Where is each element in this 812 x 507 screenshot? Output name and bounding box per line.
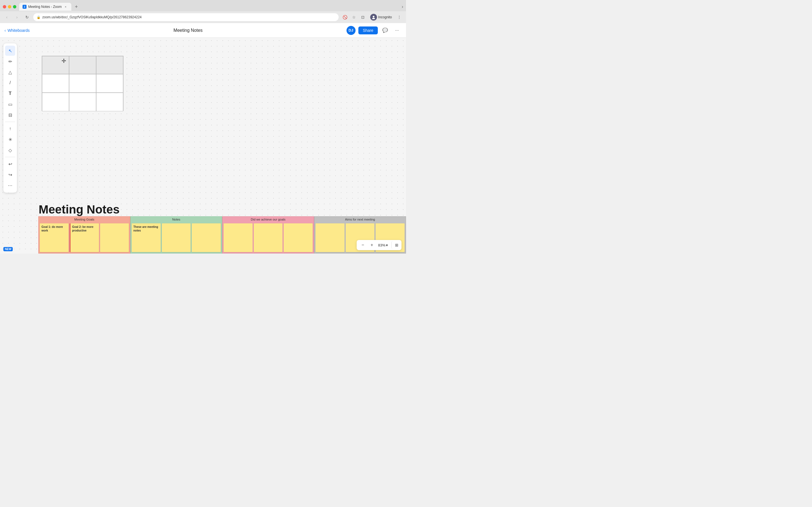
notes-header: Notes	[131, 217, 222, 222]
zoom-in-button[interactable]: +	[368, 241, 376, 249]
back-nav-label: Whiteboards	[8, 28, 30, 33]
share-button[interactable]: Share	[358, 26, 378, 34]
camera-off-icon[interactable]: 🚫	[341, 13, 349, 21]
tab-label: Meeting Notes - Zoom	[28, 5, 62, 9]
template-tool[interactable]: ⊟	[5, 110, 15, 120]
notes-board: Meeting Goals Goal 1: do more work Goal …	[38, 216, 406, 253]
forward-button[interactable]: ›	[13, 13, 21, 21]
goals-header: Meeting Goals	[39, 217, 130, 222]
table-cell-r3c2	[69, 93, 96, 111]
meeting-notes-heading: Meeting Notes	[39, 203, 119, 216]
back-button[interactable]: ‹	[3, 13, 11, 21]
table-cell-header-2	[69, 56, 96, 74]
tab-close-button[interactable]: ×	[63, 4, 68, 9]
new-badge: NEW	[3, 247, 13, 251]
line-tool[interactable]: /	[5, 78, 15, 88]
lock-icon: 🔒	[37, 15, 41, 19]
upload-tool[interactable]: ↑	[5, 124, 15, 134]
table-cell-r3c1	[42, 93, 69, 111]
table-cell-r2c2	[69, 74, 96, 93]
new-tab-button[interactable]: +	[72, 3, 80, 11]
tab-favicon: Z	[22, 5, 27, 9]
zoom-level[interactable]: 83% ▾	[377, 243, 389, 247]
goals-cards: Goal 1: do more work Goal 2: be more pro…	[39, 222, 130, 253]
table-cell-r2c3	[96, 74, 123, 93]
select-tool[interactable]: ↖	[5, 46, 15, 56]
back-chevron-icon: ‹	[4, 28, 6, 33]
incognito-button[interactable]: Incognito	[368, 13, 394, 21]
aims-card-1[interactable]	[315, 223, 345, 252]
svg-point-1	[372, 18, 375, 19]
achieved-header: Did we achieve our goals	[222, 217, 314, 222]
note-card-2[interactable]	[162, 223, 191, 252]
split-view-icon[interactable]: ⊡	[359, 13, 367, 21]
canvas-table	[42, 56, 123, 111]
toolbar-divider-2	[5, 157, 15, 157]
tab-bar: Z Meeting Notes - Zoom × + ›	[0, 0, 406, 11]
incognito-avatar	[370, 14, 377, 20]
smart-tool[interactable]: ✳	[5, 134, 15, 145]
header-actions: DJ Share 💬 ···	[347, 26, 402, 35]
goal-card-2[interactable]: Goal 2: be more productive	[70, 223, 99, 252]
erase-tool[interactable]: ◇	[5, 145, 15, 155]
url-text: zoom.us/wb/doc/_GzqzfVOSlKu9apIdkkuMQ/p/…	[42, 15, 142, 19]
more-tools-button[interactable]: ⋯	[5, 180, 15, 190]
back-nav[interactable]: ‹ Whiteboards	[4, 28, 30, 33]
maximize-button[interactable]	[13, 5, 16, 8]
tab-overflow-chevron[interactable]: ›	[402, 4, 403, 9]
comment-icon[interactable]: 💬	[380, 26, 390, 35]
undo-button[interactable]: ↩	[5, 159, 15, 169]
address-bar: ‹ › ↻ 🔒 zoom.us/wb/doc/_GzqzfVOSlKu9apId…	[0, 11, 406, 23]
svg-point-0	[373, 16, 374, 17]
table-cell-r2c1	[42, 74, 69, 93]
redo-button[interactable]: ↪	[5, 170, 15, 180]
traffic-lights	[3, 5, 16, 8]
table-cell-header-3	[96, 56, 123, 74]
note-card-3[interactable]	[192, 223, 221, 252]
active-tab[interactable]: Z Meeting Notes - Zoom ×	[19, 3, 71, 11]
board-section-achieved: Did we achieve our goals	[222, 216, 314, 253]
left-toolbar: ↖ ✏ △ / T ▭ ⊟ ↑ ✳ ◇ ↩ ↪ ⋯	[3, 43, 17, 193]
achieved-card-2[interactable]	[254, 223, 283, 252]
zoom-level-text: 83%	[378, 243, 386, 247]
pen-tool[interactable]: ✏	[5, 56, 15, 66]
app-header: ‹ Whiteboards Meeting Notes DJ Share 💬 ·…	[0, 23, 406, 38]
browser-more-icon[interactable]: ⋮	[395, 13, 403, 21]
aims-header: Aims for next meeting	[314, 217, 406, 222]
browser-chrome: Z Meeting Notes - Zoom × + › ‹ › ↻ 🔒 zoo…	[0, 0, 406, 23]
achieved-card-1[interactable]	[223, 223, 253, 252]
apps-icon[interactable]: ⊞	[391, 241, 399, 249]
incognito-label: Incognito	[378, 15, 392, 19]
goal-card-3[interactable]	[100, 223, 129, 252]
close-button[interactable]	[3, 5, 6, 8]
url-bar[interactable]: 🔒 zoom.us/wb/doc/_GzqzfVOSlKu9apIdkkuMQ/…	[33, 13, 339, 21]
zoom-controls: − + 83% ▾ ⊞	[357, 240, 402, 250]
note-card-1[interactable]: These are meeting notes	[132, 223, 161, 252]
shape-tool[interactable]: △	[5, 67, 15, 77]
notes-cards: These are meeting notes	[131, 222, 222, 253]
text-tool[interactable]: T	[5, 89, 15, 99]
board-section-notes: Notes These are meeting notes	[130, 216, 222, 253]
table-cell-r3c3	[96, 93, 123, 111]
bookmark-icon[interactable]: ☆	[350, 13, 358, 21]
toolbar-divider	[5, 122, 15, 122]
achieved-cards	[222, 222, 314, 253]
achieved-card-3[interactable]	[284, 223, 313, 252]
more-icon[interactable]: ···	[393, 26, 402, 35]
table-cell-header-1	[42, 56, 69, 74]
goal-card-1[interactable]: Goal 1: do more work	[40, 223, 68, 252]
page-title: Meeting Notes	[30, 28, 346, 33]
refresh-button[interactable]: ↻	[23, 13, 31, 21]
zoom-out-button[interactable]: −	[359, 241, 367, 249]
board-section-goals: Meeting Goals Goal 1: do more work Goal …	[38, 216, 130, 253]
avatar: DJ	[347, 26, 356, 35]
minimize-button[interactable]	[8, 5, 11, 8]
zoom-chevron-icon: ▾	[386, 243, 388, 247]
browser-actions: 🚫 ☆ ⊡ Incognito ⋮	[341, 13, 403, 21]
canvas-area: ↖ ✏ △ / T ▭ ⊟ ↑ ✳ ◇ ↩ ↪ ⋯ NEW ✛ Meeting …	[0, 38, 406, 253]
frame-tool[interactable]: ▭	[5, 99, 15, 109]
